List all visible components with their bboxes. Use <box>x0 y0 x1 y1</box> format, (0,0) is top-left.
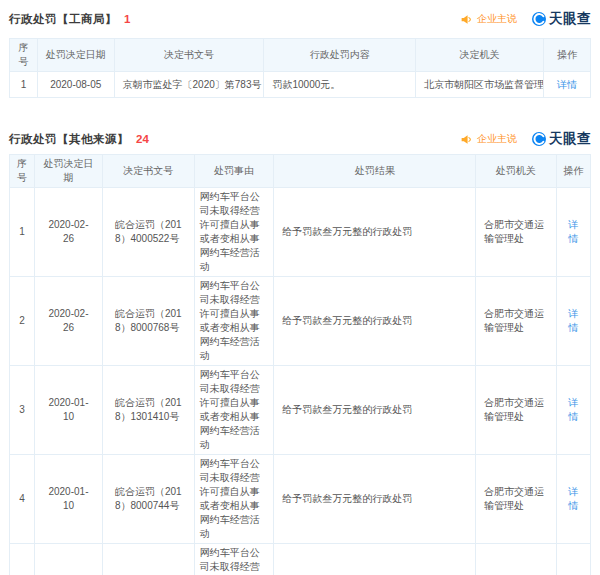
tianyancha-logo-icon <box>532 12 546 26</box>
section-count-badge: 24 <box>136 133 149 145</box>
col-header-authority: 决定机关 <box>416 39 544 72</box>
cell-doc-number: 皖合运罚（2018）1301410号 <box>102 366 194 455</box>
cell-result: 给予罚款叁万元整的行政处罚 <box>274 366 476 455</box>
cell-date: 2020-02-26 <box>34 277 102 366</box>
table-row: 3 2020-01-10 皖合运罚（2018）1301410号 网约车平台公司未… <box>10 366 591 455</box>
tianyancha-logo: 天眼查 <box>532 130 591 148</box>
cell-action: 详情 <box>543 72 590 98</box>
section-header: 行政处罚【其他来源】 24 企业主说 天眼查 <box>9 131 591 147</box>
section-title-wrap: 行政处罚【工商局】 1 <box>9 12 130 27</box>
table-row: 5 2020-01-10 皖合运罚（2018）4000465号 网约车平台公司未… <box>10 544 591 575</box>
megaphone-icon <box>460 133 473 146</box>
section-header-right: 企业主说 天眼查 <box>460 10 591 28</box>
cell-reason: 网约车平台公司未取得经营许可擅自从事或者变相从事网约车经营活动 <box>194 544 274 575</box>
cell-result: 给予罚款叁万元整的行政处罚 <box>274 277 476 366</box>
cell-reason: 网约车平台公司未取得经营许可擅自从事或者变相从事网约车经营活动 <box>194 366 274 455</box>
cell-date: 2020-01-10 <box>34 455 102 544</box>
cell-doc-number: 皖合运罚（2018）4000465号 <box>102 544 194 575</box>
col-header-doc: 决定书文号 <box>102 155 194 188</box>
section-count-badge: 1 <box>124 13 130 25</box>
tianyancha-logo: 天眼查 <box>532 10 591 28</box>
cell-no: 5 <box>10 544 35 575</box>
cell-action: 详情 <box>556 544 590 575</box>
qiyezhushuo-label: 企业主说 <box>477 12 517 26</box>
table-row: 2 2020-02-26 皖合运罚（2018）8000768号 网约车平台公司未… <box>10 277 591 366</box>
table-header-row: 序号 处罚决定日期 决定书文号 处罚事由 处罚结果 处罚机关 操作 <box>10 155 591 188</box>
cell-reason: 网约车平台公司未取得经营许可擅自从事或者变相从事网约车经营活动 <box>194 455 274 544</box>
section-penalty-gongshangju: 行政处罚【工商局】 1 企业主说 天眼查 序号 <box>9 11 591 98</box>
cell-action: 详情 <box>556 455 590 544</box>
section-title: 行政处罚【工商局】 <box>9 12 117 27</box>
cell-action: 详情 <box>556 277 590 366</box>
cell-doc-number: 京朝市监处字〔2020〕第783号 <box>114 72 264 98</box>
cell-action: 详情 <box>556 366 590 455</box>
detail-link[interactable]: 详情 <box>568 486 578 511</box>
col-header-content: 行政处罚内容 <box>264 39 416 72</box>
cell-authority: 合肥市交通运输管理处 <box>475 455 556 544</box>
cell-authority: 合肥市交通运输管理处 <box>475 188 556 277</box>
megaphone-icon <box>460 13 473 26</box>
cell-date: 2020-08-05 <box>37 72 114 98</box>
cell-authority: 北京市朝阳区市场监督管理局 <box>416 72 544 98</box>
cell-no: 4 <box>10 455 35 544</box>
tianyancha-logo-text: 天眼查 <box>549 130 591 148</box>
section-penalty-other-sources: 行政处罚【其他来源】 24 企业主说 天眼查 序 <box>9 131 591 575</box>
detail-link[interactable]: 详情 <box>557 79 577 90</box>
detail-link[interactable]: 详情 <box>568 397 578 422</box>
table-row: 1 2020-08-05 京朝市监处字〔2020〕第783号 罚款10000元。… <box>10 72 591 98</box>
col-header-action: 操作 <box>556 155 590 188</box>
table-row: 4 2020-01-10 皖合运罚（2018）8000744号 网约车平台公司未… <box>10 455 591 544</box>
cell-authority: 合肥市交通运输管理处 <box>475 366 556 455</box>
cell-date: 2020-01-10 <box>34 544 102 575</box>
tianyancha-logo-text: 天眼查 <box>549 10 591 28</box>
section-header-right: 企业主说 天眼查 <box>460 130 591 148</box>
col-header-reason: 处罚事由 <box>194 155 274 188</box>
cell-no: 3 <box>10 366 35 455</box>
cell-reason: 网约车平台公司未取得经营许可擅自从事或者变相从事网约车经营活动 <box>194 188 274 277</box>
col-header-no: 序号 <box>10 39 38 72</box>
detail-link[interactable]: 详情 <box>568 308 578 333</box>
table-row: 1 2020-02-26 皖合运罚（2018）4000522号 网约车平台公司未… <box>10 188 591 277</box>
detail-link[interactable]: 详情 <box>568 219 578 244</box>
qiyezhushuo-link[interactable]: 企业主说 <box>460 12 517 26</box>
cell-result: 给予罚款叁万元整的行政处罚 <box>274 455 476 544</box>
table-header-row: 序号 处罚决定日期 决定书文号 行政处罚内容 决定机关 操作 <box>10 39 591 72</box>
cell-penalty-content: 罚款10000元。 <box>264 72 416 98</box>
cell-date: 2020-01-10 <box>34 366 102 455</box>
col-header-no: 序号 <box>10 155 35 188</box>
page: 行政处罚【工商局】 1 企业主说 天眼查 序号 <box>0 0 600 575</box>
cell-no: 2 <box>10 277 35 366</box>
cell-authority: 合肥市交通运输管理处 <box>475 277 556 366</box>
cell-doc-number: 皖合运罚（2018）4000522号 <box>102 188 194 277</box>
tianyancha-logo-icon <box>532 132 546 146</box>
cell-result: 给予罚款叁万元整的行政处罚 <box>274 188 476 277</box>
section-title: 行政处罚【其他来源】 <box>9 132 129 147</box>
cell-reason: 网约车平台公司未取得经营许可擅自从事或者变相从事网约车经营活动 <box>194 277 274 366</box>
section-header: 行政处罚【工商局】 1 企业主说 天眼查 <box>9 11 591 27</box>
cell-date: 2020-02-26 <box>34 188 102 277</box>
cell-no: 1 <box>10 188 35 277</box>
col-header-authority: 处罚机关 <box>475 155 556 188</box>
col-header-result: 处罚结果 <box>274 155 476 188</box>
section-title-wrap: 行政处罚【其他来源】 24 <box>9 132 149 147</box>
cell-no: 1 <box>10 72 38 98</box>
qiyezhushuo-link[interactable]: 企业主说 <box>460 132 517 146</box>
col-header-date: 处罚决定日期 <box>37 39 114 72</box>
cell-action: 详情 <box>556 188 590 277</box>
cell-doc-number: 皖合运罚（2018）8000744号 <box>102 455 194 544</box>
col-header-action: 操作 <box>543 39 590 72</box>
cell-doc-number: 皖合运罚（2018）8000768号 <box>102 277 194 366</box>
cell-result: 给予罚款叁万元整的行政处罚 <box>274 544 476 575</box>
col-header-doc: 决定书文号 <box>114 39 264 72</box>
penalty-table-other-sources: 序号 处罚决定日期 决定书文号 处罚事由 处罚结果 处罚机关 操作 1 2020… <box>9 154 591 575</box>
qiyezhushuo-label: 企业主说 <box>477 132 517 146</box>
penalty-table-gongshangju: 序号 处罚决定日期 决定书文号 行政处罚内容 决定机关 操作 1 2020-08… <box>9 38 591 98</box>
col-header-date: 处罚决定日期 <box>34 155 102 188</box>
cell-authority: 合肥市交通运输管理处 <box>475 544 556 575</box>
